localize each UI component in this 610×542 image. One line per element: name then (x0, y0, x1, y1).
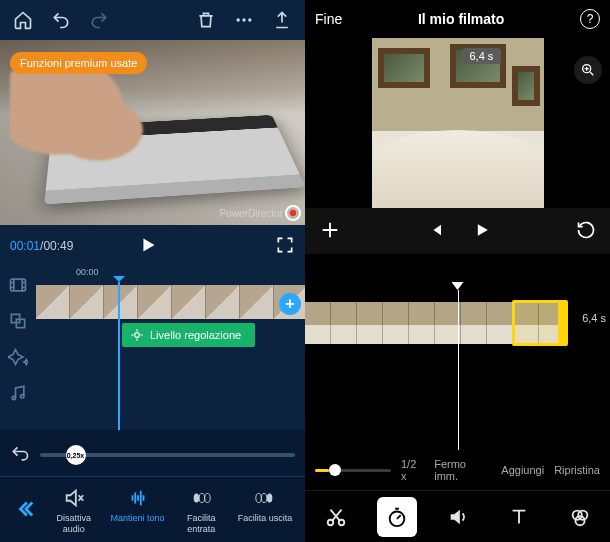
ease-out-option[interactable]: Facilita uscita (235, 487, 295, 523)
adjust-icon (130, 328, 144, 342)
left-playbar: 00:01/00:49 (0, 225, 305, 267)
timecode: 00:01/00:49 (10, 239, 73, 253)
fullscreen-icon[interactable] (275, 235, 295, 258)
right-timeline[interactable]: 6,4 s 1/2 x Fermo imm. Aggiungi Ripristi… (305, 254, 610, 490)
speed-ratio: 1/2 x (401, 458, 424, 482)
clip-selection[interactable] (512, 300, 568, 346)
film-icon[interactable] (6, 273, 30, 297)
duration-chip: 6,4 s (462, 48, 502, 64)
add-button[interactable]: Aggiungi (501, 464, 544, 476)
time-duration: 00:49 (43, 239, 73, 253)
timeline-ruler: 00:00 (36, 267, 305, 283)
speed-panel: 0,25x Disattiva audio Mantieni tono Faci… (0, 430, 305, 542)
cut-tool-icon[interactable] (316, 497, 356, 537)
mute-icon (63, 487, 85, 509)
right-speed-controls: 1/2 x Fermo imm. Aggiungi Ripristina (315, 456, 600, 484)
layers-icon[interactable] (6, 309, 30, 333)
panel-undo-icon[interactable] (10, 444, 30, 467)
pitch-label: Mantieni tono (111, 513, 165, 523)
left-timeline[interactable]: 00:00 + Livello regolazione (0, 267, 305, 430)
collapse-panel-icon[interactable] (10, 487, 40, 531)
speed-slider-right[interactable] (315, 469, 391, 472)
svg-point-18 (389, 511, 404, 526)
ease-in-option[interactable]: Facilita entrata (172, 487, 232, 534)
home-icon[interactable] (6, 3, 40, 37)
right-playbar (305, 208, 610, 254)
freeze-frame-button[interactable]: Fermo imm. (434, 458, 491, 482)
undo-icon[interactable] (44, 3, 78, 37)
mute-label: Disattiva audio (57, 513, 92, 534)
right-toolbar (305, 490, 610, 542)
svg-point-12 (256, 494, 262, 503)
filter-tool-icon[interactable] (560, 497, 600, 537)
powerdirector-app: Funzioni premium usate PowerDirector 00:… (0, 0, 305, 542)
svg-point-11 (205, 494, 211, 503)
project-title: Il mio filmato (418, 11, 504, 27)
skip-back-icon[interactable] (426, 221, 444, 242)
effects-icon[interactable] (6, 345, 30, 369)
premium-badge[interactable]: Funzioni premium usate (10, 52, 147, 74)
ease-in-icon (190, 487, 212, 509)
audio-tool-icon[interactable] (438, 497, 478, 537)
svg-point-0 (237, 18, 240, 21)
time-current: 00:01 (10, 239, 40, 253)
video-track[interactable] (36, 285, 305, 319)
left-preview[interactable]: Funzioni premium usate PowerDirector (0, 40, 305, 225)
more-icon[interactable] (227, 3, 261, 37)
svg-point-14 (267, 494, 273, 503)
revert-icon[interactable] (576, 220, 596, 243)
add-media-icon[interactable] (319, 219, 341, 244)
pitch-icon (127, 487, 149, 509)
svg-rect-3 (11, 279, 26, 291)
svg-point-1 (242, 18, 245, 21)
speed-slider-knob[interactable]: 0,25x (66, 445, 86, 465)
adjustment-layer-chip[interactable]: Livello regolazione (122, 323, 255, 347)
right-topbar: Fine Il mio filmato ? (305, 0, 610, 38)
imovie-app: Fine Il mio filmato ? 6,4 s (305, 0, 610, 542)
right-playhead[interactable] (458, 290, 459, 450)
add-clip-button[interactable]: + (279, 293, 301, 315)
adjustment-layer-label: Livello regolazione (150, 329, 241, 341)
speed-tool-icon[interactable] (377, 497, 417, 537)
preview-frame (372, 38, 544, 208)
svg-point-13 (261, 494, 267, 503)
speed-options-row: Disattiva audio Mantieni tono Facilita e… (10, 481, 295, 538)
redo-icon (82, 3, 116, 37)
text-tool-icon[interactable] (499, 497, 539, 537)
speed-knob-right[interactable] (329, 464, 341, 476)
keep-pitch-option[interactable]: Mantieni tono (108, 487, 168, 523)
right-preview[interactable]: 6,4 s (305, 38, 610, 208)
music-icon[interactable] (6, 381, 30, 405)
playhead[interactable] (118, 282, 120, 430)
svg-point-9 (194, 494, 200, 503)
clip-duration-label: 6,4 s (582, 312, 606, 324)
reset-button[interactable]: Ripristina (554, 464, 600, 476)
export-icon[interactable] (265, 3, 299, 37)
speed-slider[interactable]: 0,25x (40, 453, 295, 457)
svg-point-8 (135, 333, 140, 338)
record-indicator-icon (285, 205, 301, 221)
done-button[interactable]: Fine (315, 11, 342, 27)
ease-out-icon (254, 487, 276, 509)
easeout-label: Facilita uscita (238, 513, 293, 523)
svg-point-10 (200, 494, 206, 503)
svg-point-7 (21, 395, 24, 398)
svg-point-6 (12, 396, 15, 399)
svg-point-2 (248, 18, 251, 21)
left-topbar (0, 0, 305, 40)
mute-audio-option[interactable]: Disattiva audio (44, 487, 104, 534)
svg-point-21 (575, 516, 584, 525)
trash-icon[interactable] (189, 3, 223, 37)
zoom-icon[interactable] (574, 56, 602, 84)
play-icon[interactable] (472, 220, 492, 243)
brand-watermark: PowerDirector (220, 208, 283, 219)
play-button[interactable] (137, 234, 159, 259)
help-icon[interactable]: ? (580, 9, 600, 29)
timeline-tool-column (0, 267, 36, 430)
easein-label: Facilita entrata (187, 513, 216, 534)
